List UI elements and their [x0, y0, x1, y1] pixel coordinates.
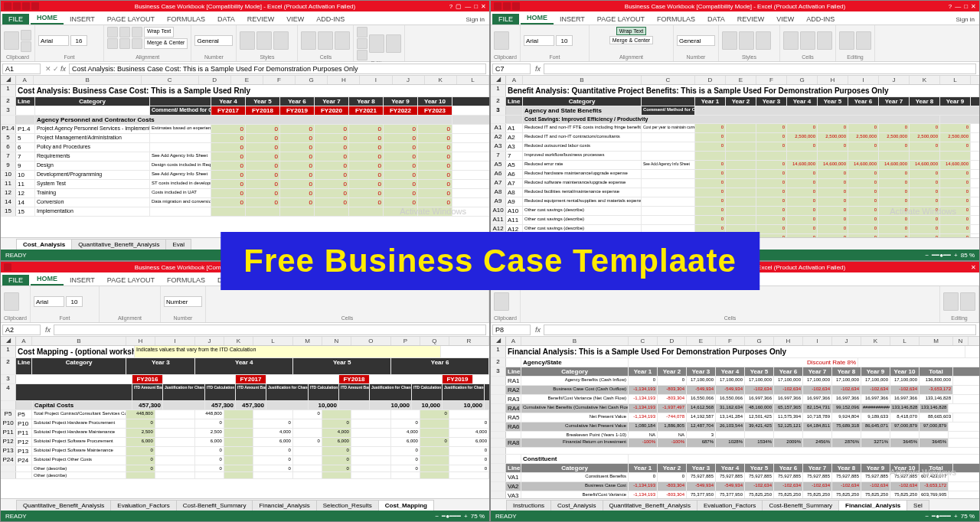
format-cell-icon[interactable] [817, 31, 832, 50]
cell-styles-icon[interactable] [756, 31, 771, 50]
group-number: Number [194, 54, 233, 60]
paste-icon[interactable] [494, 292, 509, 311]
excel-icon [4, 2, 11, 10]
save-icon[interactable] [13, 2, 21, 10]
align-icon[interactable] [119, 27, 130, 38]
paste-icon[interactable] [4, 292, 19, 311]
save-icon[interactable] [503, 2, 511, 10]
sort-icon[interactable] [839, 31, 854, 50]
fx-cancel-icon[interactable]: ✕ [45, 65, 51, 73]
align-icon[interactable] [119, 38, 130, 49]
name-box[interactable] [492, 64, 531, 74]
tab-data[interactable]: DATA [701, 14, 731, 24]
paste-icon[interactable] [494, 31, 509, 50]
tab-page-layout[interactable]: PAGE LAYOUT [591, 14, 651, 24]
minimize-icon[interactable]: — [955, 3, 961, 10]
copy-icon[interactable] [21, 41, 31, 52]
tab-home[interactable]: HOME [31, 12, 64, 24]
align-icon[interactable] [107, 27, 118, 38]
font-select[interactable] [524, 35, 554, 46]
cond-fmt-icon[interactable] [722, 31, 737, 50]
maximize-icon[interactable]: □ [474, 3, 478, 10]
align-icon[interactable] [132, 27, 142, 38]
excel-icon [4, 263, 11, 271]
tab-view[interactable]: VIEW [280, 14, 310, 24]
delete-cell-icon[interactable] [800, 31, 815, 50]
autosum-icon[interactable] [357, 27, 368, 38]
sheet-area[interactable]: ◢ABCDEFGHIJKL 1Benefit Analysis: Quantit… [491, 76, 979, 237]
number-format[interactable] [194, 35, 233, 46]
file-tab[interactable]: FILE [2, 14, 29, 24]
tab-formulas[interactable]: FORMULAS [161, 14, 211, 24]
tab-addins[interactable]: ADD-INS [800, 14, 841, 24]
tab-page-layout[interactable]: PAGE LAYOUT [101, 14, 161, 24]
sheet-area[interactable]: ◢ABCDEFGHIJKL 1Cost Analysis: Business C… [1, 76, 489, 237]
help-icon[interactable]: ? [949, 3, 952, 10]
clear-icon[interactable] [357, 50, 368, 60]
file-tab[interactable]: FILE [492, 14, 519, 24]
find-icon[interactable] [960, 292, 975, 311]
insert-cell-icon[interactable] [301, 31, 316, 50]
name-box[interactable] [2, 64, 41, 74]
cell-styles-icon[interactable] [273, 31, 289, 50]
number-format[interactable] [677, 35, 715, 46]
wrap-text-btn[interactable]: Wrap Text [616, 27, 646, 35]
size-select[interactable] [70, 35, 87, 46]
fx-confirm-icon[interactable]: ✓ [53, 65, 59, 73]
close-icon[interactable]: ✕ [971, 3, 976, 10]
formula-bar[interactable]: Cost Analysis: Business Case Cost: This … [69, 64, 486, 74]
pane-bottom-left: Business Case Workbook [Compatibility Mo… [0, 261, 490, 522]
undo-icon[interactable] [512, 2, 520, 10]
tab-review[interactable]: REVIEW [731, 14, 771, 24]
fmt-table-icon[interactable] [256, 31, 272, 50]
tab-addins[interactable]: ADD-INS [310, 14, 351, 24]
sort-icon[interactable] [943, 292, 959, 311]
tab-insert[interactable]: INSERT [64, 14, 101, 24]
align-icon[interactable] [107, 38, 118, 49]
sort-icon[interactable] [369, 34, 384, 53]
signin-link[interactable]: Sign in [952, 15, 979, 24]
find-icon[interactable] [856, 31, 871, 50]
tab-view[interactable]: VIEW [770, 14, 800, 24]
tab-formulas[interactable]: FORMULAS [651, 14, 701, 24]
sheet-tab[interactable]: Eval [165, 239, 191, 250]
wrap-text-btn[interactable]: Wrap Text [144, 27, 174, 38]
fill-icon[interactable] [357, 38, 368, 49]
tab-insert[interactable]: INSERT [554, 14, 591, 24]
close-icon[interactable]: ✕ [481, 3, 486, 10]
group-font: Font [38, 54, 100, 60]
tab-review[interactable]: REVIEW [241, 14, 281, 24]
ribbon-options-icon[interactable]: ▢ [456, 3, 462, 10]
size-select[interactable] [556, 35, 573, 46]
help-icon[interactable]: ? [449, 3, 452, 10]
cut-icon[interactable] [21, 30, 31, 41]
find-icon[interactable] [386, 34, 401, 53]
name-box[interactable] [2, 325, 41, 335]
delete-cell-icon[interactable] [318, 31, 333, 50]
formula-bar[interactable] [544, 64, 976, 74]
font-select[interactable] [38, 35, 69, 46]
minimize-icon[interactable]: — [465, 3, 471, 10]
cond-fmt-icon[interactable] [240, 31, 255, 50]
zoom-level[interactable]: 85 % [961, 252, 975, 259]
sheet-tab[interactable]: Quantitative_Benefit_Analysis [71, 239, 166, 250]
fx-icon[interactable]: fx [535, 65, 541, 73]
name-box[interactable] [492, 325, 531, 335]
tab-home[interactable]: HOME [521, 12, 554, 24]
signin-link[interactable]: Sign in [462, 15, 489, 24]
align-icon[interactable] [132, 38, 142, 49]
format-cell-icon[interactable] [335, 31, 350, 50]
fx-icon[interactable]: fx [60, 65, 66, 73]
group-cells: Cells [301, 54, 350, 60]
redo-icon[interactable] [31, 2, 39, 10]
undo-icon[interactable] [22, 2, 30, 10]
paste-icon[interactable] [4, 31, 19, 50]
titlebar: Business Case Workbook [Compatibility Mo… [1, 1, 489, 11]
maximize-icon[interactable]: □ [964, 3, 968, 10]
merge-btn[interactable]: Merge & Center [144, 38, 188, 49]
tab-data[interactable]: DATA [211, 14, 241, 24]
fmt-table-icon[interactable] [739, 31, 754, 50]
insert-cell-icon[interactable] [783, 31, 799, 50]
merge-btn[interactable]: Merge & Center [609, 36, 653, 44]
sheet-tab[interactable]: Cost_Analysis [16, 239, 72, 250]
